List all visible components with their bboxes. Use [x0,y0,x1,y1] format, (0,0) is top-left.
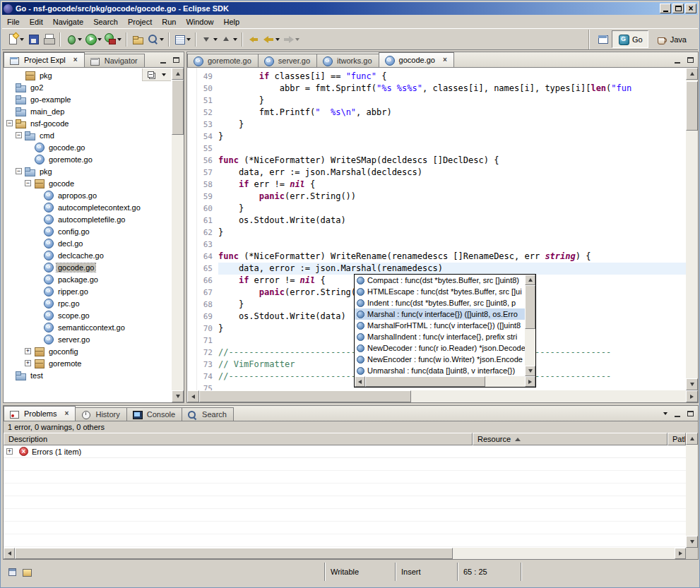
close-button[interactable] [685,4,696,13]
open-resource-button[interactable] [130,32,146,47]
maximize-view-button[interactable] [684,408,696,419]
code-editor[interactable]: 49 if classes[i] == "func" {50 abbr = fm… [187,68,698,390]
editor-tab-server-go[interactable]: server.go [258,54,317,67]
scroll-track[interactable] [525,285,535,366]
new-element-button[interactable] [172,32,192,47]
view-tab-project-expl[interactable]: Project Expl [4,52,85,67]
menu-item-window[interactable]: Window [181,16,218,28]
tree-item-main-dep[interactable]: main_dep [4,105,172,117]
view-tab-problems[interactable]: Problems [4,406,76,421]
tree-item-nsf-gocode[interactable]: −nsf-gocode [4,117,172,129]
scroll-down-button[interactable] [686,378,698,390]
editor-tab-gocode-go[interactable]: gocode.go [379,52,454,67]
completion-item[interactable]: Marshal : func(v interface{}) ([]uint8, … [355,308,525,320]
open-perspective-button[interactable] [595,32,610,47]
tree-expand-handle[interactable]: + [25,360,31,366]
editor-horizontal-scrollbar[interactable] [187,390,698,402]
maximize-button[interactable] [672,4,684,13]
minimize-button[interactable] [660,4,671,13]
explorer-vertical-scrollbar[interactable] [172,68,184,402]
tree-item-goconfig[interactable]: +goconfig [4,345,172,357]
row-expand-handle[interactable]: + [6,448,13,455]
tree-collapse-handle[interactable]: − [25,180,31,186]
scroll-up-button[interactable] [686,68,698,80]
tree-collapse-handle[interactable]: − [6,120,13,126]
code-line-61[interactable]: 61 os.Stdout.Write(data) [197,215,686,227]
scroll-up-button[interactable] [686,433,698,445]
close-tab-icon[interactable] [72,56,79,64]
problems-row[interactable]: +Errors (1 item) [4,445,686,458]
scroll-thumb[interactable] [365,376,485,387]
scroll-right-button[interactable] [686,390,698,402]
view-tab-history[interactable]: History [75,407,126,421]
scroll-thumb[interactable] [525,285,535,329]
completion-item[interactable]: Compact : func(dst *bytes.Buffer, src []… [355,275,525,286]
tree-item-declcache-go[interactable]: declcache.go [4,249,172,261]
popup-horizontal-scrollbar[interactable] [355,376,535,387]
tree-item-gocode-go[interactable]: gocode.go [4,141,172,153]
editor-tab-itworks-go[interactable]: itworks.go [316,54,379,67]
tree-item-decl-go[interactable]: decl.go [4,237,172,249]
menu-item-help[interactable]: Help [219,16,245,28]
tree-item-autocompletecontext-go[interactable]: autocompletecontext.go [4,201,172,213]
tree-item-apropos-go[interactable]: apropos.go [4,189,172,201]
completion-item[interactable]: NewDecoder : func(r io.Reader) *json.Dec… [355,342,525,354]
scroll-down-button[interactable] [686,536,698,548]
scroll-left-button[interactable] [4,548,15,559]
code-line-51[interactable]: 51 } [197,95,686,107]
tree-item-pkg[interactable]: −pkg [4,165,172,177]
search-button[interactable] [146,32,165,47]
back-button[interactable] [261,32,281,47]
save-button[interactable] [25,32,41,47]
external-tools-button[interactable] [103,32,123,47]
completion-item[interactable]: Unmarshal : func(data []uint8, v interfa… [355,365,525,376]
minimize-view-button[interactable] [671,408,684,419]
last-edit-location-button[interactable] [246,32,261,47]
scroll-up-button[interactable] [172,68,184,80]
print-button[interactable] [41,32,57,47]
menu-item-file[interactable]: File [2,16,25,28]
minimize-view-button[interactable] [157,54,170,66]
scroll-up-button[interactable] [525,275,535,285]
view-tab-console[interactable]: Console [126,407,182,421]
menu-item-navigate[interactable]: Navigate [48,16,88,28]
scroll-thumb[interactable] [15,548,453,559]
problems-vertical-scrollbar[interactable] [686,433,698,548]
completion-list[interactable]: Compact : func(dst *bytes.Buffer, src []… [355,275,525,376]
editor-tab-goremote-go[interactable]: goremote.go [187,54,259,67]
tree-item-cmd[interactable]: −cmd [4,129,172,141]
maximize-view-button[interactable] [684,54,696,66]
tree-item-go-example[interactable]: go-example [4,93,172,105]
tree-collapse-handle[interactable]: − [16,168,22,174]
scroll-track[interactable] [686,80,698,378]
tree-item-goremote[interactable]: +goremote [4,357,172,369]
collapse-all-button[interactable] [144,69,157,80]
tree-item-server-go[interactable]: server.go [4,333,172,345]
code-line-65[interactable]: 65 data, error := json.Marshal(renamedes… [197,263,686,275]
tree-item-gocode[interactable]: −gocode [4,177,172,189]
tree-item-go2[interactable]: go2 [4,81,172,93]
scroll-down-button[interactable] [172,390,184,402]
tree-item-ripper-go[interactable]: ripper.go [4,285,172,297]
code-line-55[interactable]: 55 [197,143,686,155]
completion-item[interactable]: HTMLEscape : func(dst *bytes.Buffer, src… [355,286,525,297]
completion-item[interactable]: MarshalForHTML : func(v interface{}) ([]… [355,320,525,331]
tree-item-scope-go[interactable]: scope.go [4,309,172,321]
column-header-resource[interactable]: Resource [473,433,668,445]
tree-expand-handle[interactable]: + [25,348,31,354]
code-line-59[interactable]: 59 panic(err.String()) [197,191,686,203]
code-line-49[interactable]: 49 if classes[i] == "func" { [197,71,686,83]
view-tab-search[interactable]: Search [182,407,234,421]
run-button[interactable] [83,32,103,47]
tree-collapse-handle[interactable]: − [16,132,22,138]
tree-item-semanticcontext-go[interactable]: semanticcontext.go [4,321,172,333]
code-line-58[interactable]: 58 if err != nil { [197,179,686,191]
tree-item-gocode-go[interactable]: gocode.go [4,261,172,273]
scroll-track[interactable] [365,376,525,387]
scroll-thumb[interactable] [686,81,698,131]
code-line-56[interactable]: 56func (*NiceFormatter) WriteSMap(declde… [197,155,686,167]
new-wizard-button[interactable] [6,32,25,47]
tree-item-autocompletefile-go[interactable]: autocompletefile.go [4,213,172,225]
editor-vertical-scrollbar[interactable] [686,68,698,390]
next-annotation-button[interactable] [199,32,219,47]
